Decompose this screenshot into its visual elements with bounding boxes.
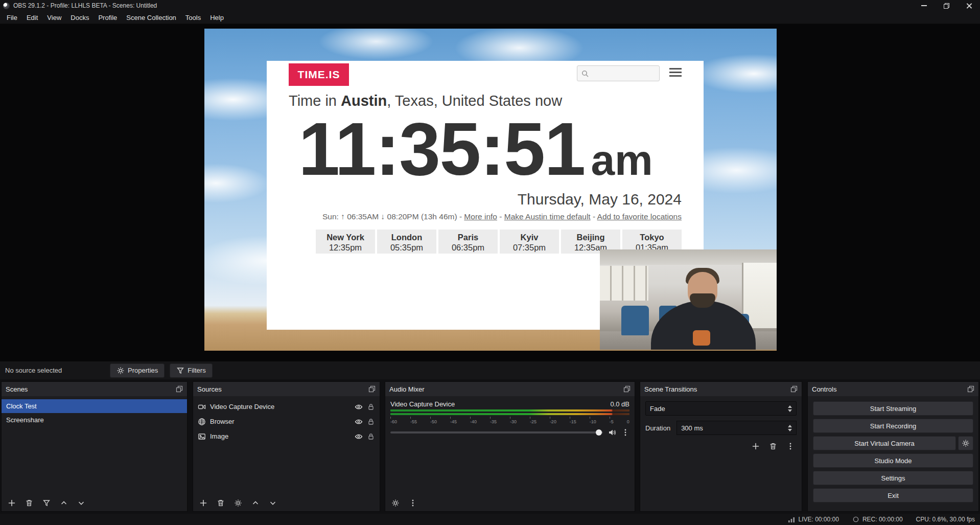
visibility-eye-icon[interactable] [355, 418, 363, 426]
start-recording-button[interactable]: Start Recording [813, 419, 973, 433]
scene-transitions-panel: Scene Transitions Fade Duration 300 ms [640, 381, 802, 512]
dock-popout-icon[interactable] [967, 385, 974, 393]
mixer-menu-kebab-icon[interactable] [409, 499, 417, 507]
mixer-level-db: 0.0 dB [610, 400, 629, 408]
duration-spinbox[interactable]: 300 ms [676, 421, 797, 435]
lock-icon[interactable] [367, 403, 375, 411]
timeis-date: Thursday, May 16, 2024 [518, 191, 682, 208]
clock-digits: 11:35:51 [298, 112, 585, 187]
remove-source-button[interactable] [217, 499, 225, 507]
move-source-down-button[interactable] [269, 499, 277, 507]
minimize-icon [921, 5, 927, 6]
sources-panel-header[interactable]: Sources [193, 382, 380, 396]
video-camera-icon [198, 403, 206, 411]
hamburger-menu-icon [669, 68, 682, 79]
add-scene-button[interactable] [8, 499, 16, 507]
meter-scale: -60-55-50-45-40-35-30-25-20-15-10-50 [390, 419, 629, 424]
mixer-options-kebab-icon[interactable] [621, 428, 629, 437]
scenes-toolbar [8, 499, 85, 507]
controls-panel-header[interactable]: Controls [808, 382, 978, 396]
controls-panel: Controls Start Streaming Start Recording… [807, 381, 979, 512]
exit-button[interactable]: Exit [813, 488, 973, 503]
audio-mixer-panel-header[interactable]: Audio Mixer [385, 382, 635, 396]
duration-label: Duration [645, 424, 670, 432]
scene-item-screenshare[interactable]: Screenshare [2, 413, 187, 427]
volume-slider[interactable] [390, 431, 603, 433]
studio-mode-button[interactable]: Studio Mode [813, 453, 973, 468]
add-source-button[interactable] [199, 499, 207, 507]
virtual-camera-settings-button[interactable] [958, 436, 973, 450]
source-toolbar: No source selected Properties Filters [0, 361, 980, 379]
remove-transition-button[interactable] [769, 442, 777, 450]
start-virtual-camera-button[interactable]: Start Virtual Camera [813, 436, 956, 450]
visibility-eye-icon[interactable] [355, 403, 363, 411]
chevron-updown-icon [788, 405, 792, 412]
filter-icon [176, 367, 184, 375]
gear-icon [116, 367, 125, 375]
source-item-image[interactable]: Image [193, 429, 380, 444]
dock-popout-icon[interactable] [368, 385, 376, 393]
dock-popout-icon[interactable] [623, 385, 631, 393]
scene-filters-button[interactable] [42, 499, 51, 507]
source-properties-button[interactable] [234, 499, 242, 507]
scenes-panel-header[interactable]: Scenes [2, 382, 187, 396]
move-scene-up-button[interactable] [60, 499, 68, 507]
menu-bar: File Edit View Docks Profile Scene Colle… [0, 11, 980, 24]
city-box: London05:35pm [377, 230, 436, 254]
spinner-arrows-icon[interactable] [788, 425, 792, 431]
settings-button[interactable]: Settings [813, 471, 973, 485]
meter-tick-marks [390, 417, 629, 419]
lock-icon[interactable] [367, 432, 375, 441]
volume-meter-left [390, 409, 629, 412]
preview-canvas[interactable]: TIME.IS Time in Austin, Texas, United St… [204, 29, 777, 351]
source-item-browser[interactable]: Browser [193, 414, 380, 429]
menu-scene-collection[interactable]: Scene Collection [122, 11, 181, 24]
sources-list: Video Capture Device Browser Image [193, 396, 380, 444]
source-status-text: No source selected [5, 367, 110, 374]
menu-tools[interactable]: Tools [181, 11, 205, 24]
webcam-source[interactable] [600, 249, 777, 350]
transitions-panel-header[interactable]: Scene Transitions [640, 382, 802, 396]
menu-edit[interactable]: Edit [22, 11, 42, 24]
add-transition-button[interactable] [752, 442, 760, 450]
dock-popout-icon[interactable] [790, 385, 798, 393]
source-item-video-capture[interactable]: Video Capture Device [193, 399, 380, 414]
advanced-audio-gear-icon[interactable] [391, 499, 400, 507]
volume-slider-handle[interactable] [596, 429, 602, 436]
menu-help[interactable]: Help [205, 11, 228, 24]
city-box: Kyiv07:35pm [500, 230, 559, 254]
remove-scene-button[interactable] [25, 499, 33, 507]
dock-popout-icon[interactable] [176, 385, 183, 393]
properties-button[interactable]: Properties [110, 363, 165, 378]
menu-docks[interactable]: Docks [66, 11, 94, 24]
search-icon [581, 70, 589, 78]
restore-icon [944, 3, 949, 9]
window-title: OBS 29.1.2 - Profile: LLHLS BETA - Scene… [13, 2, 157, 9]
move-scene-down-button[interactable] [77, 499, 85, 507]
menu-profile[interactable]: Profile [94, 11, 122, 24]
transition-select[interactable]: Fade [645, 401, 797, 416]
webcam-chair [621, 306, 649, 335]
city-box: New York12:35pm [316, 230, 375, 254]
globe-icon [198, 418, 206, 426]
record-circle-icon [852, 516, 859, 523]
restore-button[interactable] [935, 0, 958, 11]
lock-icon[interactable] [367, 418, 375, 426]
speaker-icon[interactable] [608, 428, 616, 437]
minimize-button[interactable] [913, 0, 935, 11]
move-source-up-button[interactable] [251, 499, 260, 507]
more-info-link: More info [464, 212, 497, 221]
start-streaming-button[interactable]: Start Streaming [813, 401, 973, 416]
menu-file[interactable]: File [2, 11, 22, 24]
filters-button[interactable]: Filters [170, 363, 212, 378]
dock-area: Scenes Clock Test Screenshare Sources [0, 379, 980, 514]
scene-item-clock-test[interactable]: Clock Test [2, 399, 187, 413]
transition-options-kebab-icon[interactable] [786, 442, 795, 450]
close-button[interactable] [958, 0, 980, 11]
sources-toolbar [199, 499, 277, 507]
close-icon [966, 3, 972, 9]
menu-view[interactable]: View [42, 11, 66, 24]
rec-status: REC: 00:00:00 [852, 516, 903, 523]
visibility-eye-icon[interactable] [355, 432, 363, 441]
city-box: Paris06:35pm [438, 230, 498, 254]
